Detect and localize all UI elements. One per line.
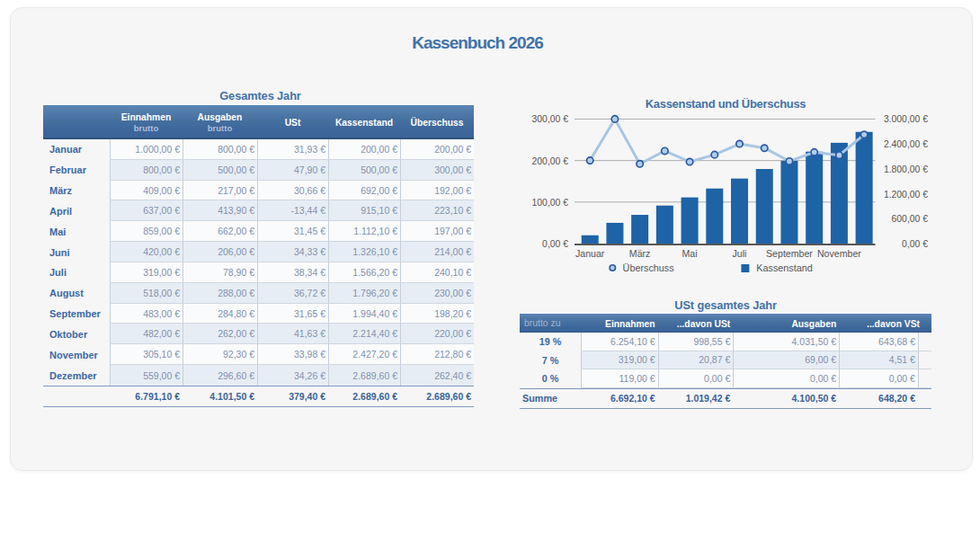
svg-text:Überschuss: Überschuss — [623, 262, 675, 273]
svg-text:Kassenstand und Überschuss: Kassenstand und Überschuss — [646, 97, 806, 111]
svg-text:September: September — [766, 248, 813, 259]
svg-text:300,00 €: 300,00 € — [532, 114, 569, 124]
svg-text:1.800,00 €: 1.800,00 € — [884, 164, 928, 174]
svg-text:November: November — [817, 248, 861, 259]
svg-text:Mai: Mai — [682, 248, 698, 259]
svg-text:Juli: Juli — [733, 248, 747, 259]
svg-text:0,00 €: 0,00 € — [902, 239, 928, 249]
svg-text:Januar: Januar — [575, 248, 605, 259]
svg-text:1.200,00 €: 1.200,00 € — [884, 190, 928, 200]
svg-text:100,00 €: 100,00 € — [532, 198, 569, 208]
svg-text:600,00 €: 600,00 € — [892, 214, 929, 224]
svg-text:0,00 €: 0,00 € — [542, 239, 568, 249]
svg-text:3.000,00 €: 3.000,00 € — [884, 114, 928, 124]
svg-text:Kassenstand: Kassenstand — [756, 262, 812, 273]
svg-text:200,00 €: 200,00 € — [532, 156, 569, 166]
svg-text:März: März — [629, 248, 651, 259]
svg-text:2.400,00 €: 2.400,00 € — [884, 139, 928, 149]
